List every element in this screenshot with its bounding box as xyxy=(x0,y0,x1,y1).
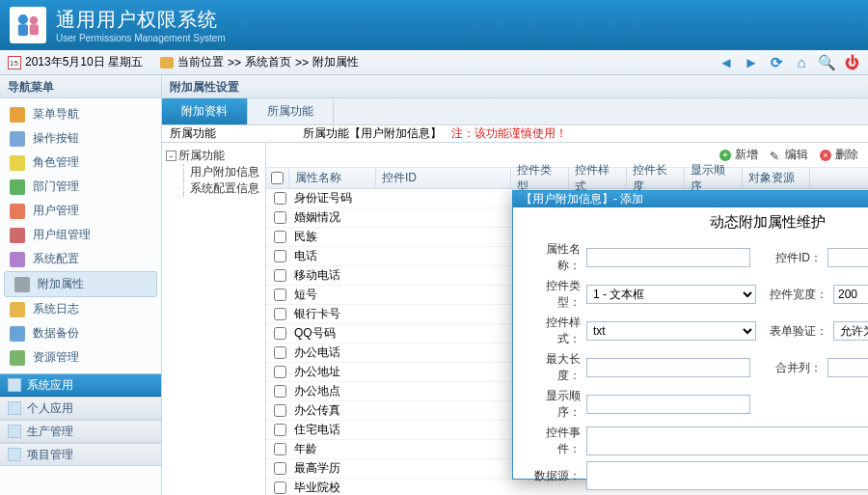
breadcrumb: 当前位置 >> 系统首页 >> 附加属性 xyxy=(160,54,359,70)
sidebar-item-5[interactable]: 用户组管理 xyxy=(0,223,161,247)
ctrlwidth-input[interactable] xyxy=(833,285,868,304)
sidebar-item-3[interactable]: 部门管理 xyxy=(0,175,161,199)
svg-point-0 xyxy=(18,14,28,24)
dialog-title: 动态附加属性维护 xyxy=(513,207,868,235)
help-icon[interactable]: ⏻ xyxy=(843,54,860,71)
row-checkbox[interactable] xyxy=(274,289,286,301)
delete-icon: × xyxy=(820,150,831,161)
sidebar-item-0[interactable]: 菜单导航 xyxy=(0,102,161,126)
tree-child-1[interactable]: 系统配置信息 xyxy=(183,180,261,197)
sidebar-item-2[interactable]: 角色管理 xyxy=(0,151,161,175)
menu-icon xyxy=(14,277,30,292)
col-head-4[interactable]: 控件长度 xyxy=(627,168,685,188)
app-subtitle: User Permissions Management System xyxy=(56,33,226,43)
svg-point-2 xyxy=(30,16,39,25)
date-text: 2013年5月10日 星期五 xyxy=(25,54,143,70)
row-checkbox[interactable] xyxy=(274,366,286,378)
row-checkbox[interactable] xyxy=(274,424,286,436)
sidebar-item-10[interactable]: 资源管理 xyxy=(0,345,161,370)
row-checkbox[interactable] xyxy=(274,462,286,475)
col-head-6[interactable]: 对象资源 xyxy=(743,168,810,188)
pencil-icon: ✎ xyxy=(770,150,781,161)
sidebar-item-7[interactable]: 附加属性 xyxy=(4,271,157,297)
sidebar-item-4[interactable]: 用户管理 xyxy=(0,199,161,223)
row-checkbox[interactable] xyxy=(274,404,286,417)
section-icon xyxy=(8,448,21,461)
row-checkbox[interactable] xyxy=(274,346,286,359)
order-input[interactable] xyxy=(586,395,750,414)
ctrlid-input[interactable] xyxy=(827,248,868,267)
bc-current: 附加属性 xyxy=(312,54,359,70)
menu-icon xyxy=(10,326,25,342)
menu-icon xyxy=(10,131,25,147)
plus-icon: + xyxy=(719,150,731,161)
section-icon xyxy=(8,401,21,415)
sidebar-section-1[interactable]: 个人应用 xyxy=(0,397,161,420)
menu-icon xyxy=(10,107,25,123)
ctrlstyle-select[interactable]: txt xyxy=(586,321,756,341)
sidebar-item-9[interactable]: 数据备份 xyxy=(0,321,161,345)
back-icon[interactable]: ◄ xyxy=(718,54,735,71)
bc-home[interactable]: 系统首页 xyxy=(245,54,291,70)
row-checkbox[interactable] xyxy=(274,481,286,494)
add-dialog: 【用户附加信息】- 添加 ✕ 动态附加属性维护 属性名称： 控件ID： 控件类型… xyxy=(512,190,868,480)
row-checkbox[interactable] xyxy=(274,269,286,282)
sidebar-item-8[interactable]: 系统日志 xyxy=(0,297,161,321)
sidebar-item-6[interactable]: 系统配置 xyxy=(0,247,161,271)
avatar xyxy=(10,7,46,43)
row-checkbox[interactable] xyxy=(274,211,286,224)
calendar-icon xyxy=(8,56,21,69)
row-checkbox[interactable] xyxy=(274,192,286,205)
menu-icon xyxy=(10,302,25,317)
tab-1[interactable]: 所属功能 xyxy=(248,98,334,124)
propname-input[interactable] xyxy=(586,248,750,267)
tree-child-0[interactable]: 用户附加信息 xyxy=(183,164,261,180)
sidebar-section-2[interactable]: 生产管理 xyxy=(0,420,161,443)
refresh-icon[interactable]: ⟳ xyxy=(768,54,785,71)
tree-root[interactable]: -所属功能 xyxy=(166,147,261,164)
section-icon xyxy=(8,425,21,438)
ctrltype-select[interactable]: 1 - 文本框 xyxy=(586,285,756,304)
home-icon[interactable]: ⌂ xyxy=(793,54,810,71)
panel-head: 附加属性设置 xyxy=(162,75,868,98)
svg-rect-3 xyxy=(30,24,39,35)
row-checkbox[interactable] xyxy=(274,443,286,455)
edit-button[interactable]: ✎编辑 xyxy=(770,147,808,163)
tab-0[interactable]: 附加资料 xyxy=(162,98,248,124)
row-checkbox[interactable] xyxy=(274,231,286,243)
delete-button[interactable]: ×删除 xyxy=(820,147,858,163)
row-checkbox[interactable] xyxy=(274,385,286,398)
sidebar-item-1[interactable]: 操作按钮 xyxy=(0,126,161,151)
menu-icon xyxy=(10,350,25,366)
add-button[interactable]: +新增 xyxy=(719,147,758,163)
grid-header: 属性名称控件ID控件类型控件样式控件长度显示顺序对象资源 xyxy=(266,168,868,189)
formval-select[interactable]: 允许为空 xyxy=(833,321,868,341)
folder-icon xyxy=(160,57,174,69)
row-checkbox[interactable] xyxy=(274,250,286,262)
warning-text: 注：该功能谨慎使用！ xyxy=(451,125,567,142)
menu-icon xyxy=(10,179,25,195)
row-checkbox[interactable] xyxy=(274,327,286,340)
sidebar-section-3[interactable]: 项目管理 xyxy=(0,443,161,466)
datasrc-textarea[interactable] xyxy=(586,461,868,490)
col-head-5[interactable]: 显示顺序 xyxy=(685,168,743,188)
row-checkbox[interactable] xyxy=(274,308,286,320)
col-head-2[interactable]: 控件类型 xyxy=(511,168,569,188)
menu-icon xyxy=(10,204,25,219)
merge-input[interactable] xyxy=(827,358,868,377)
select-all-checkbox[interactable] xyxy=(271,172,284,184)
sidebar: 导航菜单 菜单导航操作按钮角色管理部门管理用户管理用户组管理系统配置附加属性系统… xyxy=(0,75,162,495)
app-title: 通用用户权限系统 xyxy=(56,7,226,33)
forward-icon[interactable]: ► xyxy=(743,54,760,71)
col-head-1[interactable]: 控件ID xyxy=(376,168,511,188)
col-head-3[interactable]: 控件样式 xyxy=(569,168,627,188)
col-head-0[interactable]: 属性名称 xyxy=(289,168,376,188)
event-textarea[interactable] xyxy=(586,426,868,455)
sidebar-section-0[interactable]: 系统应用 xyxy=(0,373,161,397)
dialog-header[interactable]: 【用户附加信息】- 添加 ✕ xyxy=(513,191,868,207)
content-area: 附加属性设置 附加资料所属功能 所属功能 所属功能【用户附加信息】 注：该功能谨… xyxy=(162,75,868,495)
menu-icon xyxy=(10,155,25,171)
menu-icon xyxy=(10,252,25,267)
maxlen-input[interactable] xyxy=(586,358,750,377)
search-icon[interactable]: 🔍 xyxy=(818,54,835,71)
